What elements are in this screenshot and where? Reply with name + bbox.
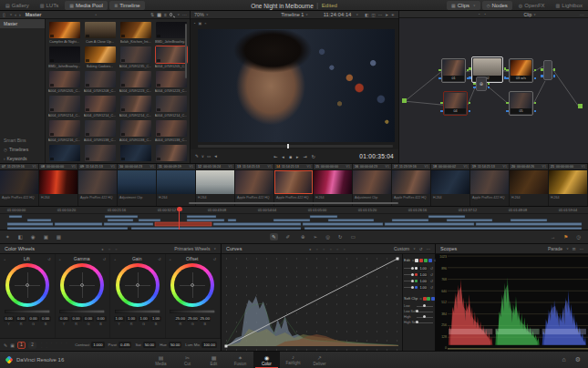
panel-toggle-button[interactable]: ▦ Clips ∨ <box>447 1 480 10</box>
viewer-tool-icon[interactable]: ∨ <box>201 154 204 158</box>
media-clip[interactable]: Baking Cookies... <box>82 46 118 70</box>
back-icon[interactable]: ‹ <box>15 12 16 17</box>
rgb-output-dot[interactable] <box>553 68 556 71</box>
timeline-clip[interactable]: 11 00:00:09:19 V1 H.264 <box>157 164 196 206</box>
channel-slider[interactable] <box>404 274 414 275</box>
media-clip[interactable]: A004_07091214_C... <box>46 95 82 119</box>
media-clip[interactable]: A004_07091114_C... <box>153 144 189 163</box>
curve-editor[interactable] <box>222 254 403 351</box>
viewer-mode-icon[interactable]: ▪ <box>194 21 195 26</box>
toolbar-icon[interactable]: ◧ <box>18 234 23 240</box>
clip-thumbnail[interactable] <box>274 170 313 194</box>
clip-thumbnail[interactable] <box>78 170 117 194</box>
more-icon[interactable]: ⋯ <box>427 247 431 251</box>
wheel-crosshair[interactable] <box>119 267 156 303</box>
panel-toggle-button[interactable]: ▥ Lightbox <box>552 1 587 10</box>
clip-thumbnail[interactable] <box>156 145 187 161</box>
channel-button[interactable] <box>415 259 418 262</box>
parameter-value[interactable]: 1.000 <box>91 342 104 348</box>
key-output-dot[interactable] <box>469 110 471 113</box>
curves-mode-select[interactable]: Custom ∨ <box>394 246 416 251</box>
key-input-dot[interactable] <box>438 77 441 80</box>
page-tab[interactable]: ✂ Cut <box>174 352 201 368</box>
clip-thumbnail[interactable] <box>49 120 80 137</box>
page-tab[interactable]: ✶ Fusion <box>227 352 253 368</box>
playhead-marker[interactable] <box>177 207 182 211</box>
node[interactable]: 05 <box>509 91 533 116</box>
value-box[interactable]: 0.00 <box>4 316 15 322</box>
sort-icon[interactable]: ⇅ <box>150 12 154 17</box>
media-clip[interactable]: Cam A Close Up... <box>82 21 118 46</box>
viewer-scrubber[interactable] <box>198 145 393 148</box>
media-clip[interactable]: A004_07091214_C... <box>153 95 189 119</box>
stills-panel-icon[interactable]: ▯ <box>3 12 5 17</box>
transport-button[interactable]: ■ <box>289 154 292 159</box>
reset-icon[interactable]: ↺ <box>430 266 433 271</box>
clip-thumbnail[interactable] <box>85 71 116 87</box>
timeline-clip[interactable]: 20 00:00:44:26 V1 H.264 <box>510 164 549 206</box>
key-input-dot[interactable] <box>440 110 443 113</box>
thumbnail-view-icon[interactable]: ▦ <box>157 12 161 17</box>
toolbar-icon[interactable]: ➢ <box>314 234 318 240</box>
still-icon[interactable]: ▣ <box>10 342 15 348</box>
viewer-mode-icon[interactable]: ▣ <box>198 21 201 26</box>
clip-thumbnail[interactable] <box>120 96 151 112</box>
node[interactable]: 03 w/s <box>509 58 533 83</box>
channel-button[interactable] <box>424 259 428 262</box>
clip-thumbnail[interactable] <box>431 170 469 194</box>
rgb-input-dot[interactable] <box>473 83 476 86</box>
value-box[interactable]: 0.00 <box>15 316 26 322</box>
reset-icon[interactable]: ↺ <box>419 247 423 251</box>
key-input-dot[interactable] <box>469 77 471 79</box>
value-box[interactable]: 1.00 <box>139 316 150 322</box>
media-clip[interactable]: A004_07091138_C... <box>82 119 118 144</box>
wheel-crosshair[interactable] <box>64 267 100 303</box>
wheels-mode-select[interactable]: Primaries Wheels ∨ <box>174 246 216 251</box>
expand-icon[interactable]: ⊞ <box>573 247 576 251</box>
page-dots[interactable]: ● ○ ○ ○ ○ ○ <box>309 247 347 251</box>
toolbar-icon[interactable]: ◷ <box>576 234 581 240</box>
smart-bin-item[interactable]: ◷ Timelines <box>0 145 45 154</box>
reset-icon[interactable]: ↺ <box>430 272 433 277</box>
channel-button[interactable] <box>431 297 435 301</box>
clip-thumbnail[interactable] <box>120 22 151 38</box>
timeline-clip[interactable]: 14 11:14:21:13 V1 Apple ProRes 422 HQ <box>274 164 314 206</box>
soft-clip-slider[interactable] <box>417 306 433 307</box>
media-clip[interactable]: A004_07091114_C... <box>118 144 153 163</box>
timeline-ruler[interactable]: 01:00:00:0001:00:10:2001:00:21:1601:00:3… <box>0 207 588 214</box>
key-input-dot[interactable] <box>506 77 509 80</box>
media-clip[interactable]: A004_07091216_C... <box>46 119 82 144</box>
panel-toggle-button[interactable]: ▤ Gallery <box>1 1 34 10</box>
rgb-output-dot[interactable] <box>534 69 537 72</box>
soft-clip-slider[interactable] <box>417 317 433 318</box>
clip-thumbnail[interactable] <box>196 170 234 194</box>
key-output-dot[interactable] <box>534 110 537 113</box>
media-clip[interactable]: A004_07091205_C... <box>153 46 189 70</box>
transport-button[interactable]: ▸ <box>296 154 299 159</box>
clip-thumbnail[interactable] <box>156 22 187 38</box>
panel-toggle-button[interactable]: ◎ OpenFX <box>514 1 550 10</box>
more-icon[interactable]: ⋯ <box>580 247 584 251</box>
toolbar-icon[interactable]: ✶ <box>5 234 10 240</box>
timeline-clip[interactable]: 17 11:23:59:16 V1 Apple ProRes 422 HQ <box>392 164 431 206</box>
parameter-value[interactable]: 50.00 <box>143 342 156 348</box>
viewer-header-icon[interactable]: ◫ <box>371 13 375 17</box>
soft-clip-slider[interactable] <box>417 312 433 312</box>
master-wheel[interactable] <box>59 310 105 313</box>
rgb-output-dot[interactable] <box>469 102 471 105</box>
clip-thumbnail[interactable] <box>156 120 187 137</box>
value-box[interactable]: 0.00 <box>96 316 107 322</box>
key-input-dot[interactable] <box>541 75 543 77</box>
channel-button[interactable] <box>428 259 432 262</box>
media-pool-scrollbar[interactable] <box>185 24 187 78</box>
rgb-input-dot[interactable] <box>438 69 441 72</box>
clip-thumbnail[interactable] <box>49 46 80 63</box>
viewer-mode-icon[interactable]: × <box>204 21 206 26</box>
node-graph-canvas[interactable]: 01 02 <box>399 18 588 163</box>
clip-thumbnail[interactable] <box>85 145 116 161</box>
key-input-dot[interactable] <box>473 87 476 89</box>
media-clip[interactable]: A004_07091223_C... <box>153 70 189 95</box>
media-clip[interactable]: BMD_JohnBrawley... <box>153 21 189 46</box>
node[interactable] <box>543 60 552 80</box>
parameter-value[interactable]: 100.00 <box>201 342 217 348</box>
